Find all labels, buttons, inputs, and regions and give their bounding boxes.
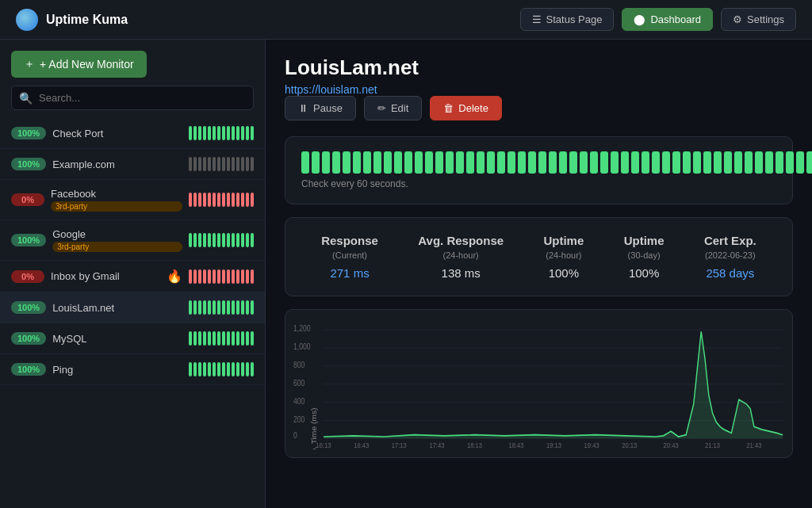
heartbeat-segment — [652, 151, 660, 174]
svg-text:19:13: 19:13 — [546, 441, 561, 449]
main-content: LouisLam.net https://louislam.net ⏸ Paus… — [266, 40, 812, 508]
stat-label: Avg. Response — [418, 234, 504, 247]
bar-segment — [232, 157, 235, 171]
search-bar: 🔍 — [11, 86, 254, 110]
bar-segment — [232, 300, 235, 315]
monitor-badge: 100% — [11, 234, 46, 246]
bar-segment — [251, 233, 254, 247]
heartbeat-segment — [600, 151, 608, 174]
pause-button[interactable]: ⏸ Pause — [285, 96, 356, 120]
monitor-item-louislam-net[interactable]: 100%LouisLam.net — [0, 292, 265, 323]
heartbeat-segment — [580, 151, 588, 174]
bar-segment — [198, 269, 201, 284]
bar-segment — [222, 126, 225, 140]
header: Uptime Kuma ☰ Status Page ⬤ Dashboard ⚙ … — [0, 0, 812, 40]
bar-segment — [203, 157, 206, 171]
svg-text:17:13: 17:13 — [392, 441, 407, 449]
stat-item-3: Uptime(30-day)100% — [624, 234, 665, 280]
bar-segment — [251, 193, 254, 207]
svg-text:0: 0 — [293, 431, 297, 441]
heartbeat-segment — [703, 151, 711, 174]
delete-button[interactable]: 🗑 Delete — [430, 96, 502, 120]
monitor-badge: 100% — [11, 363, 46, 376]
heartbeat-segment — [508, 151, 515, 174]
bar-segment — [213, 126, 216, 140]
monitor-item-check-port[interactable]: 100%Check Port — [0, 118, 265, 149]
monitor-name: Facebook — [51, 188, 182, 200]
bar-segment — [208, 300, 211, 315]
stat-value: 138 ms — [418, 266, 504, 280]
monitor-item-ping[interactable]: 100%Ping — [0, 354, 265, 385]
edit-button[interactable]: ✏ Edit — [364, 96, 422, 120]
bar-segment — [232, 233, 235, 247]
svg-text:800: 800 — [293, 360, 304, 369]
heartbeat-segment — [353, 151, 361, 174]
heartbeat-segment — [549, 151, 557, 174]
monitor-sub-badge: 3rd-party — [52, 242, 182, 252]
trash-icon: 🗑 — [443, 102, 454, 114]
bar-segment — [222, 193, 225, 207]
monitor-item-google[interactable]: 100%Google3rd-party — [0, 220, 265, 261]
stat-value[interactable]: 271 ms — [321, 266, 378, 280]
bar-segment — [213, 157, 216, 171]
monitor-bars — [189, 300, 254, 315]
bar-segment — [227, 331, 230, 346]
heartbeat-segment — [765, 151, 773, 174]
svg-text:21:13: 21:13 — [705, 441, 720, 449]
bar-segment — [236, 157, 239, 171]
svg-text:20:13: 20:13 — [622, 441, 637, 449]
heartbeat-segment — [621, 151, 629, 174]
svg-text:1,000: 1,000 — [293, 342, 310, 352]
monitor-bars — [189, 126, 254, 140]
status-page-button[interactable]: ☰ Status Page — [520, 8, 615, 31]
response-chart: 1,200 1,000 800 600 400 200 0 Resp. Time… — [293, 323, 784, 449]
sidebar: ＋ + Add New Monitor 🔍 100%Check Port100%… — [0, 40, 266, 508]
heartbeat-segment — [456, 151, 464, 174]
monitor-item-inbox-by-gmail[interactable]: 0%Inbox by Gmail🔥 — [0, 261, 265, 292]
stat-sub: (24-hour) — [543, 250, 584, 260]
search-input[interactable] — [11, 86, 254, 110]
monitor-sub-badge: 3rd-party — [51, 201, 182, 212]
chart-wrap: 1,200 1,000 800 600 400 200 0 Resp. Time… — [293, 323, 784, 449]
heartbeat-segment — [590, 151, 598, 174]
action-bar: ⏸ Pause ✏ Edit 🗑 Delete — [285, 96, 793, 120]
bar-segment — [227, 157, 230, 171]
svg-marker-15 — [324, 331, 783, 438]
bar-segment — [193, 300, 197, 315]
bar-segment — [189, 269, 192, 284]
stat-value[interactable]: 258 days — [704, 266, 756, 280]
add-new-monitor-button[interactable]: ＋ + Add New Monitor — [11, 51, 147, 78]
stat-label: Uptime — [624, 234, 665, 247]
bar-segment — [236, 126, 239, 140]
edit-icon: ✏ — [377, 102, 386, 114]
search-icon: 🔍 — [19, 92, 33, 105]
monitor-name-wrap: Example.com — [52, 159, 182, 170]
monitor-bars — [189, 362, 254, 376]
monitor-item-mysql[interactable]: 100%MySQL — [0, 323, 265, 354]
monitor-item-example-com[interactable]: 100%Example.com — [0, 149, 265, 180]
heartbeat-segment — [477, 151, 485, 174]
heartbeat-segment — [312, 151, 320, 174]
heartbeat-segment — [394, 151, 402, 174]
header-right: ☰ Status Page ⬤ Dashboard ⚙ Settings — [520, 8, 796, 31]
svg-text:200: 200 — [293, 414, 304, 424]
bar-segment — [198, 126, 201, 140]
bar-segment — [232, 193, 235, 207]
bar-segment — [198, 233, 201, 247]
settings-button[interactable]: ⚙ Settings — [721, 8, 796, 31]
bar-segment — [251, 331, 254, 346]
monitor-url[interactable]: https://louislam.net — [285, 83, 377, 96]
heartbeat-segment — [466, 151, 474, 174]
bar-segment — [208, 193, 211, 207]
svg-text:600: 600 — [293, 378, 304, 388]
dashboard-button[interactable]: ⬤ Dashboard — [622, 8, 713, 31]
stat-value: 100% — [624, 266, 665, 280]
monitor-item-facebook[interactable]: 0%Facebook3rd-party — [0, 180, 265, 220]
bar-segment — [203, 362, 206, 376]
bar-segment — [236, 331, 239, 346]
list-icon: ☰ — [532, 13, 542, 25]
stats-row: Response(Current)271 msAvg. Response(24-… — [285, 217, 793, 296]
bar-segment — [241, 126, 244, 140]
layout: ＋ + Add New Monitor 🔍 100%Check Port100%… — [0, 40, 812, 508]
monitor-name: Inbox by Gmail — [51, 270, 160, 282]
